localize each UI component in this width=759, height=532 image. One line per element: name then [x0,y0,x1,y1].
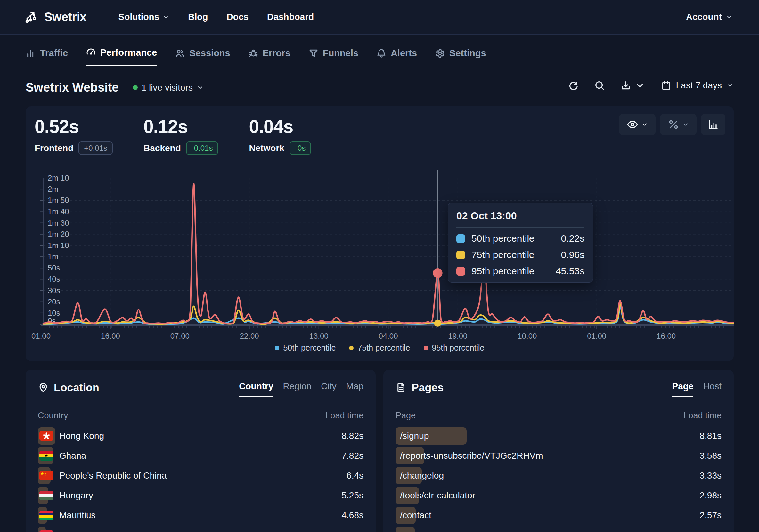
chevron-down-icon [641,121,648,128]
tooltip-title: 02 Oct 13:00 [457,210,584,228]
pages-panel: Pages PageHost Page Load time /signup8.8… [383,370,734,532]
legend-p95[interactable]: 95th percentile [424,343,485,353]
tab-alerts[interactable]: Alerts [376,47,417,66]
account-label: Account [686,12,722,22]
list-item[interactable]: /contact2.57s [395,506,722,525]
list-item[interactable]: Mauritius4.68s [38,506,364,525]
export-button[interactable] [620,80,645,91]
id-flag-icon [39,530,54,532]
metric-label: Backend [143,143,181,153]
row-load-time: 2.98s [700,490,722,501]
column-chart-icon [707,119,719,130]
location-tab-country[interactable]: Country [239,381,273,397]
chart-type-button[interactable] [701,114,725,135]
live-visitors-dropdown[interactable]: 1 live visitors [133,83,204,93]
svg-text:16:00: 16:00 [101,332,120,340]
list-item[interactable]: /tools/ctr-calculator2.98s [395,486,722,506]
gh-flag-icon [39,451,54,461]
svg-text:1m 40: 1m 40 [48,207,69,216]
row-name: /tools/ctr-calculator [400,490,475,501]
metric-backend[interactable]: 0.12s Backend -0.01s [143,116,218,155]
visibility-dropdown[interactable] [619,114,656,135]
list-item[interactable]: /signup8.81s [395,426,722,446]
legend-label: 75th percentile [357,343,410,353]
tab-label: Alerts [391,48,417,58]
location-tab-map[interactable]: Map [346,381,364,397]
list-item[interactable]: Hungary5.25s [38,486,364,506]
search-button[interactable] [594,80,605,91]
legend-p50[interactable]: 50th percentile [275,343,336,353]
svg-text:07:00: 07:00 [170,332,190,340]
row-load-time: 3.58s [700,451,722,461]
list-item[interactable]: /tools/utm-generator2.43s [395,525,722,532]
tooltip-row-p50: 50th percentile 0.22s [457,233,584,244]
list-item[interactable]: Hong Kong8.82s [38,426,364,446]
gear-icon [435,48,445,58]
tab-errors[interactable]: Errors [248,47,291,66]
list-item[interactable]: Ghana7.82s [38,446,364,466]
list-item[interactable]: /changelog3.33s [395,466,722,486]
refresh-button[interactable] [568,80,579,91]
dashboard-tabs: Traffic Performance Sessions Errors Funn… [26,47,486,66]
list-item[interactable]: Indonesia4.12s [38,525,364,532]
row-name: Hungary [59,490,93,501]
performance-line-chart[interactable]: 10s20s30s40s50s1m1m 101m 201m 301m 401m … [18,168,741,343]
svg-text:04:00: 04:00 [379,332,398,340]
row-load-time: 4.68s [342,510,364,520]
chart-tooltip: 02 Oct 13:00 50th percentile 0.22s 75th … [448,203,593,283]
metric-frontend[interactable]: 0.52s Frontend +0.01s [35,116,113,155]
metric-label: Frontend [35,143,73,153]
bar-chart-icon [26,48,36,58]
metric-network[interactable]: 0.04s Network -0s [249,116,311,155]
tab-sessions[interactable]: Sessions [175,47,230,66]
tooltip-label: 50th percentile [471,233,535,244]
mu-flag-icon [39,511,54,520]
row-name: /contact [400,510,431,520]
chevron-down-icon [162,14,169,20]
tab-funnels[interactable]: Funnels [308,47,358,66]
nav-dashboard[interactable]: Dashboard [267,12,314,22]
pages-tab-host[interactable]: Host [703,381,722,397]
date-range-picker[interactable]: Last 7 days [661,80,733,91]
p50-swatch [457,234,465,243]
chart-controls [619,114,725,135]
row-name: Indonesia [59,530,98,532]
row-name: People's Republic of China [59,471,167,481]
p75-swatch [457,251,465,259]
live-visitors-label: 1 live visitors [141,83,193,93]
location-columns: Country Load time [38,411,364,421]
column-header-name: Country [38,411,68,421]
pages-tab-page[interactable]: Page [672,381,693,397]
row-load-time: 4.12s [342,530,364,532]
brand-name: Swetrix [44,10,87,24]
legend-p75[interactable]: 75th percentile [349,343,410,353]
metric-label: Network [249,143,284,153]
performance-chart-card: 0.52s Frontend +0.01s 0.12s Backend -0.0… [26,106,734,361]
legend-label: 95th percentile [432,343,485,353]
brand[interactable]: Swetrix [24,10,87,24]
legend-dot [275,346,279,350]
speedometer-icon [86,48,96,58]
tab-performance[interactable]: Performance [86,47,157,66]
tab-settings[interactable]: Settings [435,47,486,66]
list-item[interactable]: People's Republic of China6.4s [38,466,364,486]
nav-solutions[interactable]: Solutions [118,12,170,22]
location-rows: Hong Kong8.82sGhana7.82sPeople's Republi… [38,426,364,532]
location-panel-title: Location [38,381,99,394]
location-tab-city[interactable]: City [321,381,336,397]
tooltip-label: 95th percentile [471,266,535,277]
list-item[interactable]: /reports-unsubscribe/VTJGc2RHVm3.58s [395,446,722,466]
account-menu[interactable]: Account [686,12,733,22]
svg-text:2m: 2m [48,185,58,193]
cn-flag-icon [39,471,54,480]
svg-text:10:00: 10:00 [518,332,537,340]
tab-traffic[interactable]: Traffic [26,47,68,66]
location-tab-region[interactable]: Region [283,381,312,397]
svg-text:1m 30: 1m 30 [48,219,69,227]
date-range-label: Last 7 days [676,80,722,91]
nav-blog[interactable]: Blog [188,12,208,22]
nav-docs[interactable]: Docs [226,12,248,22]
svg-text:40s: 40s [48,275,60,283]
tab-label: Settings [449,48,486,58]
percent-dropdown[interactable] [660,114,697,135]
